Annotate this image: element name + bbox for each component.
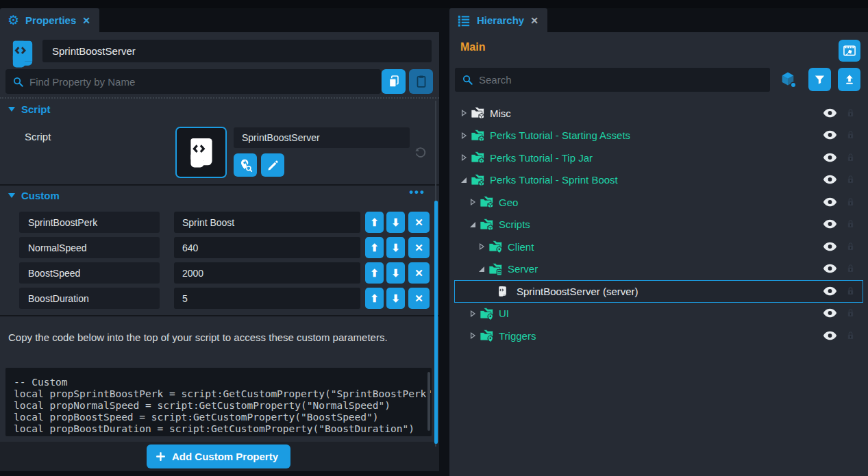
lock-icon[interactable] xyxy=(845,285,856,298)
find-script-button[interactable] xyxy=(234,153,257,177)
search-icon xyxy=(12,76,24,88)
property-search-input[interactable] xyxy=(29,76,374,88)
visibility-eye-icon[interactable] xyxy=(823,331,838,341)
custom-property-value[interactable]: 2000 xyxy=(174,262,360,284)
tree-item[interactable]: Server xyxy=(454,258,863,281)
tree-item[interactable]: Misc xyxy=(454,102,863,125)
script-asset-icon xyxy=(9,38,36,70)
hierarchy-panel: Hierarchy ✕ Main Misc xyxy=(449,8,868,476)
custom-property-name: NormalSpeed xyxy=(19,237,160,258)
expand-arrow[interactable] xyxy=(468,199,477,205)
down-arrow-icon: ⬇ xyxy=(391,216,400,229)
scrollbar-thumb[interactable] xyxy=(434,201,438,444)
lock-icon[interactable] xyxy=(845,151,856,164)
expand-arrow[interactable] xyxy=(459,132,468,139)
lock-icon[interactable] xyxy=(845,107,856,120)
tree-item[interactable]: Client xyxy=(454,236,863,258)
code-block[interactable]: -- Custom local propSprintBoostPerk = sc… xyxy=(5,368,432,436)
remove-button[interactable]: ✕ xyxy=(408,212,430,233)
visibility-eye-icon[interactable] xyxy=(823,308,838,318)
tree-item[interactable]: Geo xyxy=(454,191,863,214)
tree-item[interactable]: Scripts xyxy=(454,214,863,236)
object-name-input[interactable] xyxy=(42,40,432,62)
tree-item[interactable]: Triggers xyxy=(454,325,863,347)
scene-film-button[interactable] xyxy=(839,40,860,62)
tree-item[interactable]: SprintBoostServer (server) xyxy=(454,280,863,303)
move-up-button[interactable]: ⬆ xyxy=(365,237,384,258)
down-arrow-icon: ⬇ xyxy=(391,242,400,254)
lock-icon[interactable] xyxy=(845,329,856,342)
custom-menu-dots-icon[interactable]: ••• xyxy=(409,186,425,199)
lock-icon[interactable] xyxy=(845,218,856,231)
tree-item[interactable]: Perks Tutorial - Sprint Boost xyxy=(454,169,863,192)
expand-arrow[interactable] xyxy=(459,110,468,116)
tree-item[interactable]: Perks Tutorial - Starting Assets xyxy=(454,125,863,147)
visibility-eye-icon[interactable] xyxy=(823,264,838,274)
properties-panel-body: Script Script SprintBoostServer Custom •… xyxy=(0,32,439,471)
tree-item[interactable]: Perks Tutorial - Tip Jar xyxy=(454,147,863,169)
visibility-eye-icon[interactable] xyxy=(823,242,838,252)
cube-filter-icon[interactable] xyxy=(779,71,797,89)
expand-arrow[interactable] xyxy=(468,310,477,317)
hierarchy-search-input[interactable] xyxy=(479,74,763,86)
tree-item-label: Server xyxy=(508,263,538,275)
tree-item[interactable]: UI xyxy=(454,303,863,325)
add-custom-property-button[interactable]: Add Custom Property xyxy=(147,444,290,468)
script-thumbnail[interactable] xyxy=(175,127,227,178)
custom-property-value[interactable]: 640 xyxy=(174,237,360,258)
visibility-eye-icon[interactable] xyxy=(823,197,838,208)
move-down-button[interactable]: ⬇ xyxy=(386,212,405,233)
properties-panel: ⚙ Properties ✕ Script Script SprintB xyxy=(0,8,439,471)
visibility-eye-icon[interactable] xyxy=(823,219,838,229)
expand-arrow[interactable] xyxy=(468,221,477,228)
filter-button[interactable] xyxy=(808,68,831,91)
lock-icon[interactable] xyxy=(845,240,856,253)
helper-text: Copy the code below into the top of your… xyxy=(8,330,392,345)
lock-icon[interactable] xyxy=(845,307,856,320)
custom-property-value[interactable]: 5 xyxy=(174,288,360,309)
tab-properties[interactable]: ⚙ Properties ✕ xyxy=(0,8,99,32)
remove-button[interactable]: ✕ xyxy=(408,237,430,258)
close-icon[interactable]: ✕ xyxy=(530,15,538,26)
script-name-field[interactable]: SprintBoostServer xyxy=(234,127,410,148)
tab-label: Hierarchy xyxy=(477,14,524,26)
plus-icon xyxy=(155,451,166,462)
custom-section-header[interactable]: Custom xyxy=(8,190,60,201)
expand-arrow[interactable] xyxy=(459,177,468,184)
custom-property-value[interactable]: Sprint Boost xyxy=(174,212,360,233)
visibility-eye-icon[interactable] xyxy=(823,108,838,118)
upload-button[interactable] xyxy=(838,68,860,91)
expand-arrow[interactable] xyxy=(468,332,477,339)
move-down-button[interactable]: ⬇ xyxy=(386,237,405,258)
script-section-title: Script xyxy=(21,103,51,115)
lock-icon[interactable] xyxy=(845,173,856,186)
hierarchy-search xyxy=(455,68,770,92)
edit-script-button[interactable] xyxy=(261,153,284,177)
visibility-eye-icon[interactable] xyxy=(823,153,838,163)
lock-icon[interactable] xyxy=(845,262,856,275)
script-section-header[interactable]: Script xyxy=(8,103,51,115)
code-scrollbar[interactable] xyxy=(427,372,430,431)
divider xyxy=(0,184,439,186)
visibility-eye-icon[interactable] xyxy=(823,175,838,185)
close-icon[interactable]: ✕ xyxy=(82,15,90,26)
remove-button[interactable]: ✕ xyxy=(408,262,430,284)
remove-button[interactable]: ✕ xyxy=(408,288,430,309)
collapse-triangle-icon xyxy=(8,193,15,198)
lock-icon[interactable] xyxy=(845,129,856,142)
move-up-button[interactable]: ⬆ xyxy=(365,288,384,309)
expand-arrow[interactable] xyxy=(459,154,468,161)
copy-properties-button[interactable] xyxy=(382,69,406,94)
paste-properties-button[interactable] xyxy=(409,69,433,94)
expand-arrow[interactable] xyxy=(477,266,486,273)
move-down-button[interactable]: ⬇ xyxy=(386,262,405,284)
move-down-button[interactable]: ⬇ xyxy=(386,288,405,309)
move-up-button[interactable]: ⬆ xyxy=(365,262,384,284)
tab-hierarchy[interactable]: Hierarchy ✕ xyxy=(449,8,547,32)
move-up-button[interactable]: ⬆ xyxy=(365,212,384,233)
reset-icon[interactable] xyxy=(413,145,428,160)
visibility-eye-icon[interactable] xyxy=(823,130,838,140)
lock-icon[interactable] xyxy=(845,196,856,209)
expand-arrow[interactable] xyxy=(477,243,486,250)
visibility-eye-icon[interactable] xyxy=(823,286,838,297)
